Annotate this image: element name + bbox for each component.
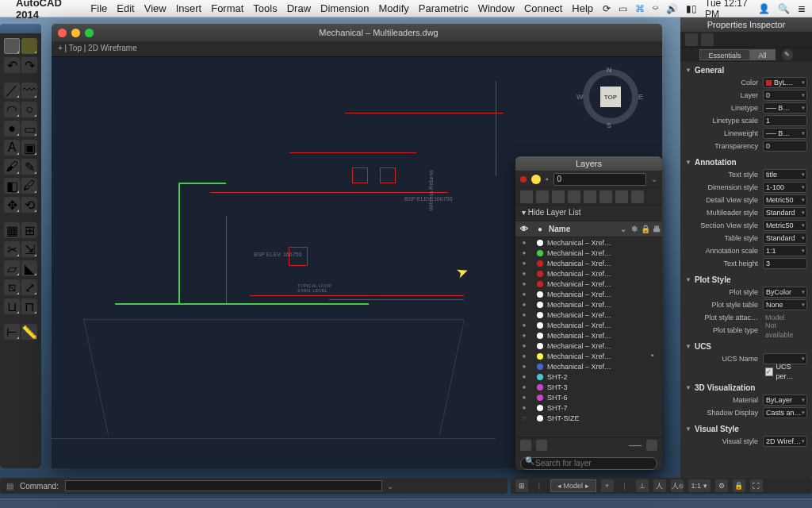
status-anno-scale-icon[interactable]: 人⎋: [671, 479, 684, 492]
layer-row[interactable]: ●Mechanical – Xref…: [515, 310, 662, 320]
menu-modify[interactable]: Modify: [378, 2, 408, 14]
layer-row[interactable]: ●SHT-3: [515, 382, 662, 392]
status-add-layout-icon[interactable]: +: [601, 479, 614, 492]
viewcube[interactable]: TOP N E S W: [583, 69, 638, 125]
prop-value[interactable]: 1: [763, 115, 807, 126]
layer-sun-icon[interactable]: [531, 175, 541, 184]
tool-pointer[interactable]: [4, 38, 20, 54]
header-sort-icon[interactable]: ⌄: [618, 225, 629, 233]
menu-tools[interactable]: Tools: [253, 2, 277, 14]
layer-state-1-icon[interactable]: [520, 190, 533, 203]
layer-row[interactable]: ●Mechanical – Xref…: [515, 361, 662, 371]
layer-settings-icon[interactable]: [646, 440, 657, 451]
header-plot-icon[interactable]: 🖶: [651, 225, 662, 233]
layer-row[interactable]: ●Mechanical – Xref…: [515, 320, 662, 330]
current-layer-select[interactable]: 0: [553, 173, 646, 186]
layer-row[interactable]: ●Mechanical – Xref…: [515, 268, 662, 279]
prop-value[interactable]: Metric50▾: [763, 220, 807, 231]
status-display-icon[interactable]: ▭: [619, 3, 627, 14]
prop-value[interactable]: ByLayer▾: [763, 394, 807, 406]
status-ortho-icon[interactable]: ⊥: [636, 479, 649, 492]
menubar-clock[interactable]: Tue 12:17 PM: [705, 0, 750, 20]
prop-value[interactable]: Standard▾: [763, 233, 807, 244]
tool-array[interactable]: ▦: [4, 222, 20, 238]
layer-row[interactable]: ●Mechanical – Xref…: [515, 248, 662, 258]
status-sync-icon[interactable]: ⟳: [603, 3, 611, 14]
tool-color[interactable]: ◧: [4, 178, 20, 194]
layer-state-2-icon[interactable]: [536, 190, 549, 203]
zoom-window-icon[interactable]: [85, 29, 94, 37]
header-freeze-icon[interactable]: ❄: [629, 225, 640, 233]
header-lock-icon[interactable]: 🔒: [640, 225, 651, 233]
tool-undo[interactable]: ↶: [4, 57, 20, 73]
prop-value[interactable]: ByL…▾: [763, 77, 807, 88]
layer-row[interactable]: ●Mechanical – Xref…: [515, 330, 662, 341]
prop-value[interactable]: ── B…▾: [763, 102, 807, 114]
layer-row[interactable]: ○SHT-SIZE: [515, 413, 662, 423]
window-titlebar[interactable]: Mechanical – Multileaders.dwg: [52, 24, 662, 41]
tool-ellipse[interactable]: ●: [4, 121, 20, 137]
seg-all[interactable]: All: [750, 49, 776, 60]
layer-row[interactable]: ●Mechanical – Xref…: [515, 341, 662, 351]
prop-value[interactable]: None▾: [763, 299, 807, 310]
tool-trim[interactable]: ✂: [4, 241, 20, 257]
layer-state-3-icon[interactable]: [552, 190, 565, 203]
tool-measure[interactable]: 📏: [21, 324, 37, 340]
tool-circle[interactable]: ○: [21, 102, 37, 117]
layer-search-input[interactable]: [520, 457, 657, 470]
tool-move[interactable]: ✥: [4, 197, 20, 213]
view-breadcrumb[interactable]: + | Top | 2D Wireframe: [52, 41, 662, 57]
tool-redo[interactable]: ↷: [21, 57, 37, 73]
ucs-per-checkbox[interactable]: ✓UCS per…: [763, 366, 807, 377]
props-tab-1-icon[interactable]: [685, 33, 698, 46]
spotlight-icon[interactable]: 🔍: [778, 3, 790, 14]
layers-list[interactable]: ●Mechanical – Xref…●Mechanical – Xref…●M…: [515, 237, 662, 437]
layer-lock-icon[interactable]: ▪: [546, 175, 549, 183]
tool-mirror[interactable]: ⧅: [4, 279, 20, 295]
prop-value[interactable]: 0▾: [763, 90, 807, 101]
section-3d-vis[interactable]: 3D Visualization: [695, 383, 756, 392]
tool-extend[interactable]: ⇲: [21, 241, 37, 257]
tool-dimension[interactable]: ⊢: [4, 324, 20, 340]
layer-collapse-icon[interactable]: —: [629, 438, 642, 452]
properties-title[interactable]: Properties Inspector: [680, 17, 812, 32]
menu-file[interactable]: File: [90, 2, 107, 14]
tool-break[interactable]: ⊓: [21, 298, 37, 314]
menu-format[interactable]: Format: [211, 2, 243, 14]
app-name[interactable]: AutoCAD 2014: [16, 0, 82, 21]
tool-rotate[interactable]: ⟲: [21, 197, 37, 213]
tab-model[interactable]: ◂ Model ▸: [550, 479, 596, 492]
prop-value[interactable]: 1-100▾: [763, 182, 807, 193]
section-ucs[interactable]: UCS: [695, 342, 711, 351]
tool-erase[interactable]: ✎: [21, 159, 37, 175]
prop-value[interactable]: 3: [763, 258, 807, 269]
layer-new-icon[interactable]: [520, 440, 531, 451]
prop-value[interactable]: title▾: [763, 169, 807, 180]
section-visual-style[interactable]: Visual Style: [695, 425, 739, 433]
menu-draw[interactable]: Draw: [287, 2, 311, 14]
layer-row[interactable]: ●SHT-7: [515, 402, 662, 413]
layer-row[interactable]: ●Mechanical – Xref…*: [515, 351, 662, 361]
status-lock-icon[interactable]: 🔒: [733, 479, 745, 492]
palette-grip[interactable]: [0, 24, 41, 33]
tool-brush[interactable]: 🖊: [21, 178, 37, 194]
menu-view[interactable]: View: [144, 2, 167, 14]
section-general[interactable]: General: [695, 66, 724, 75]
header-visibility-icon[interactable]: 👁: [515, 225, 533, 233]
layer-row[interactable]: ●SHT-6: [515, 392, 662, 402]
status-scale[interactable]: 1:1 ▾: [688, 479, 710, 492]
status-annotation-icon[interactable]: 人: [653, 479, 666, 492]
command-dropdown-icon[interactable]: ⌄: [387, 482, 393, 491]
minimize-window-icon[interactable]: [71, 29, 80, 37]
tool-rectangle[interactable]: ▭: [21, 121, 37, 137]
edit-icon[interactable]: ✎: [782, 49, 793, 60]
command-history-icon[interactable]: ▤: [6, 482, 13, 491]
status-gear-icon[interactable]: ⚙: [715, 479, 728, 492]
layer-row[interactable]: ●Mechanical – Xref…: [515, 289, 662, 299]
hide-layer-list-toggle[interactable]: ▾ Hide Layer List: [515, 206, 662, 221]
tool-paint[interactable]: 🖌: [4, 159, 20, 175]
seg-essentials[interactable]: Essentials: [699, 49, 749, 60]
tool-polyline[interactable]: 〰: [21, 83, 37, 98]
menu-help[interactable]: Help: [572, 2, 593, 14]
prop-value[interactable]: 2D Wiref…▾: [763, 436, 807, 447]
